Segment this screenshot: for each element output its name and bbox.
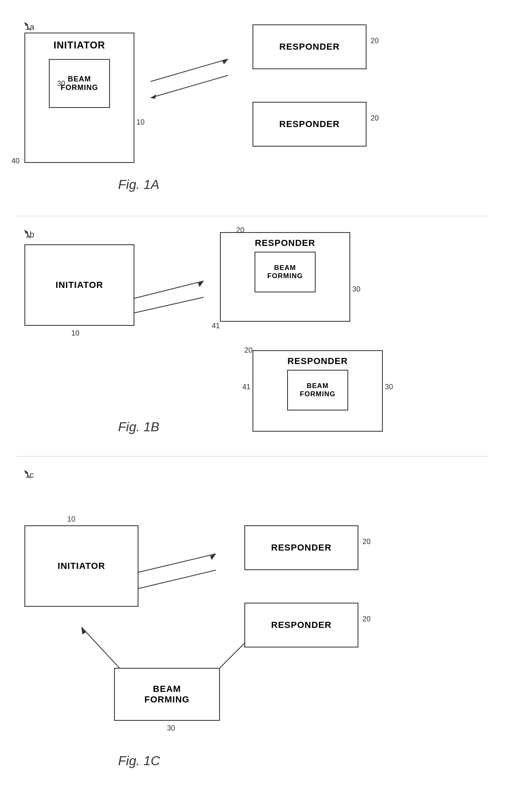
svg-marker-13 bbox=[81, 627, 86, 634]
svg-line-8 bbox=[130, 554, 216, 574]
fig1a-initiator-label: INITIATOR bbox=[54, 40, 105, 51]
ref-1a-arrow bbox=[22, 20, 35, 33]
fig1a-ref-30: 30 bbox=[57, 79, 65, 88]
fig1b-responder1-label: RESPONDER bbox=[255, 238, 315, 248]
fig1c-initiator-label: INITIATOR bbox=[58, 561, 105, 571]
fig1c-ref-30: 30 bbox=[167, 724, 175, 733]
fig1b-ref-20-1: 20 bbox=[236, 226, 244, 235]
fig1a-label: Fig. 1A bbox=[118, 177, 159, 192]
svg-line-10 bbox=[130, 570, 216, 590]
fig1c-ref-20-2: 20 bbox=[362, 615, 371, 623]
fig1c-beamforming-label: BEAM FORMING bbox=[145, 684, 190, 705]
fig1b-responder2-box: RESPONDER BEAM FORMING bbox=[253, 350, 383, 432]
diagram-container: 1a INITIATOR BEAM FORMING 30 10 40 RESPO… bbox=[0, 0, 505, 812]
fig1b-ref-10: 10 bbox=[71, 329, 79, 338]
fig1c-ref-10: 10 bbox=[67, 515, 75, 524]
separator-1 bbox=[16, 216, 489, 216]
fig1b-beamforming1-box: BEAM FORMING bbox=[255, 252, 316, 292]
svg-line-2 bbox=[151, 75, 228, 98]
fig1b-ref-41-2: 41 bbox=[242, 383, 250, 391]
fig1c-responder2-label: RESPONDER bbox=[271, 620, 332, 630]
svg-marker-9 bbox=[210, 554, 216, 560]
fig1b-beamforming1-label: BEAM FORMING bbox=[267, 264, 303, 280]
fig1c-responder1-label: RESPONDER bbox=[271, 542, 332, 553]
fig1a-ref-10: 10 bbox=[136, 118, 145, 127]
fig1b-responder1-box: RESPONDER BEAM FORMING bbox=[220, 232, 350, 322]
fig1b-ref-30-1: 30 bbox=[352, 285, 360, 294]
fig1b-initiator-label: INITIATOR bbox=[56, 280, 103, 290]
fig1a-beamforming-label: BEAM FORMING bbox=[61, 75, 98, 92]
svg-line-0 bbox=[151, 59, 228, 81]
fig1a-ref-40: 40 bbox=[11, 157, 20, 165]
fig1c-ref-20-1: 20 bbox=[362, 538, 371, 546]
fig1b-responder2-label: RESPONDER bbox=[288, 356, 348, 366]
fig1b-beamforming2-label: BEAM FORMING bbox=[300, 382, 335, 398]
fig1a-ref-20-1: 20 bbox=[371, 37, 379, 45]
svg-marker-3 bbox=[151, 94, 156, 99]
svg-marker-5 bbox=[198, 281, 204, 287]
fig1c-label: Fig. 1C bbox=[118, 753, 160, 768]
fig1b-ref-30-2: 30 bbox=[385, 383, 393, 391]
separator-2 bbox=[16, 456, 489, 456]
fig1b-beamforming2-box: BEAM FORMING bbox=[287, 370, 348, 410]
fig1c-beamforming-box: BEAM FORMING bbox=[114, 668, 220, 721]
ref-1c-arrow bbox=[22, 468, 35, 481]
fig1a-responder1-box: RESPONDER bbox=[253, 24, 367, 69]
svg-line-6 bbox=[122, 297, 204, 316]
fig1c-responder1-box: RESPONDER bbox=[244, 525, 358, 570]
fig1a-responder1-label: RESPONDER bbox=[279, 42, 340, 52]
fig1c-initiator-box: INITIATOR bbox=[24, 525, 138, 607]
svg-marker-1 bbox=[222, 59, 228, 64]
fig1b-label: Fig. 1B bbox=[118, 419, 159, 435]
fig1b-initiator-box: INITIATOR bbox=[24, 244, 134, 326]
svg-line-4 bbox=[122, 281, 204, 301]
fig1b-ref-20-2: 20 bbox=[244, 346, 253, 355]
fig1a-ref-20-2: 20 bbox=[371, 114, 379, 123]
fig1a-responder2-box: RESPONDER bbox=[253, 102, 367, 147]
fig1a-responder2-label: RESPONDER bbox=[279, 119, 340, 129]
fig1c-responder2-box: RESPONDER bbox=[244, 603, 358, 647]
fig1b-ref-41-1: 41 bbox=[212, 322, 220, 330]
fig1a-initiator-box: INITIATOR BEAM FORMING bbox=[24, 33, 134, 163]
ref-1b-arrow bbox=[22, 228, 35, 240]
